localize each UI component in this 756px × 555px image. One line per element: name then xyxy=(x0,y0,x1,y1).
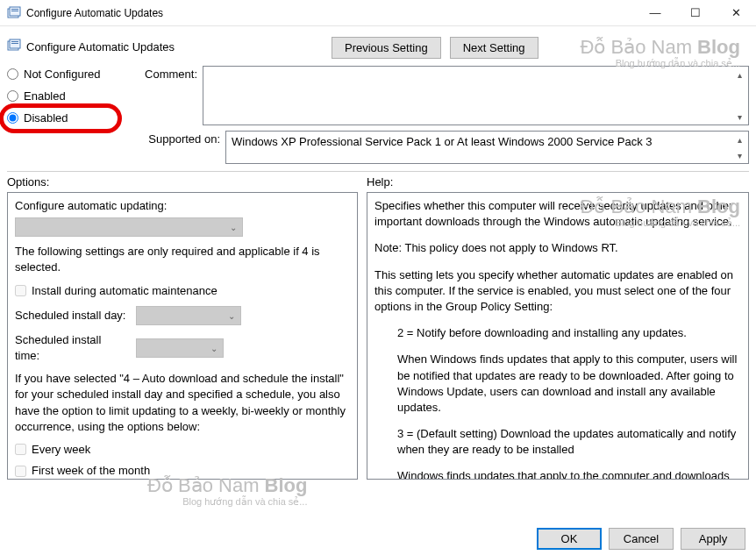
svg-rect-2 xyxy=(11,9,18,10)
apply-button[interactable]: Apply xyxy=(681,528,745,550)
previous-setting-button[interactable]: Previous Setting xyxy=(332,37,441,59)
help-panel: Specifies whether this computer will rec… xyxy=(367,192,749,480)
window-title: Configure Automatic Updates xyxy=(26,7,635,19)
help-text: 2 = Notify before downloading and instal… xyxy=(374,325,741,341)
scroll-down-icon[interactable]: ▾ xyxy=(732,148,746,162)
install-maintenance-checkbox[interactable]: Install during automatic maintenance xyxy=(15,283,350,299)
next-setting-button[interactable]: Next Setting xyxy=(450,37,538,59)
supported-text: Windows XP Professional Service Pack 1 o… xyxy=(225,131,749,164)
policy-icon xyxy=(7,6,21,20)
scroll-up-icon[interactable]: ▴ xyxy=(732,132,746,146)
options-header: Options: xyxy=(7,175,367,189)
schedule-text: If you have selected "4 – Auto download … xyxy=(15,371,350,435)
ok-button[interactable]: OK xyxy=(537,528,602,550)
install-day-label: Scheduled install day: xyxy=(15,308,129,324)
every-week-checkbox[interactable]: Every week xyxy=(15,442,350,458)
titlebar: Configure Automatic Updates — ☐ ✕ xyxy=(0,0,756,26)
minimize-button[interactable]: — xyxy=(635,0,675,25)
first-week-checkbox[interactable]: First week of the month xyxy=(15,463,350,479)
svg-rect-3 xyxy=(11,11,18,11)
page-title: Configure Automatic Updates xyxy=(26,40,175,53)
chevron-down-icon: ⌄ xyxy=(228,310,235,323)
radio-not-configured[interactable]: Not Configured xyxy=(7,68,143,81)
watermark: Đỗ Bảo Nam Blog Blog hướng dẫn và chia s… xyxy=(147,475,307,507)
policy-icon xyxy=(7,39,21,55)
svg-rect-7 xyxy=(11,43,18,44)
help-text: This setting lets you specify whether au… xyxy=(374,267,741,316)
dialog-footer: OK Cancel Apply xyxy=(537,528,745,550)
scroll-down-icon[interactable]: ▾ xyxy=(732,110,746,124)
install-time-combo[interactable]: ⌄ xyxy=(136,338,224,358)
window-controls: — ☐ ✕ xyxy=(635,0,756,25)
cancel-button[interactable]: Cancel xyxy=(609,528,674,550)
scroll-up-icon[interactable]: ▴ xyxy=(732,68,746,82)
help-text: Specifies whether this computer will rec… xyxy=(374,198,741,230)
chevron-down-icon: ⌄ xyxy=(210,343,218,355)
radio-enabled[interactable]: Enabled xyxy=(7,89,143,103)
options-panel: Configure automatic updating: ⌄ The foll… xyxy=(7,192,358,480)
comment-label: Comment: xyxy=(143,66,197,81)
required-text: The following settings are only required… xyxy=(15,244,350,275)
divider xyxy=(7,171,749,172)
radio-disabled[interactable]: Disabled xyxy=(7,111,143,125)
supported-label: Supported on: xyxy=(143,131,220,146)
configure-label: Configure automatic updating: xyxy=(15,198,350,214)
help-text: Note: This policy does not apply to Wind… xyxy=(374,240,741,256)
comment-textarea[interactable]: ▴ ▾ xyxy=(203,66,749,125)
configure-updating-combo[interactable]: ⌄ xyxy=(15,217,243,237)
help-text: Windows finds updates that apply to the … xyxy=(374,468,741,480)
help-header: Help: xyxy=(367,175,393,189)
help-text: When Windows finds updates that apply to… xyxy=(374,352,741,416)
install-day-combo[interactable]: ⌄ xyxy=(136,306,241,325)
close-button[interactable]: ✕ xyxy=(716,0,756,25)
svg-rect-6 xyxy=(11,41,18,42)
maximize-button[interactable]: ☐ xyxy=(675,0,716,25)
help-text: 3 = (Default setting) Download the updat… xyxy=(374,426,741,458)
install-time-label: Scheduled install time: xyxy=(15,332,129,364)
chevron-down-icon: ⌄ xyxy=(230,222,237,234)
